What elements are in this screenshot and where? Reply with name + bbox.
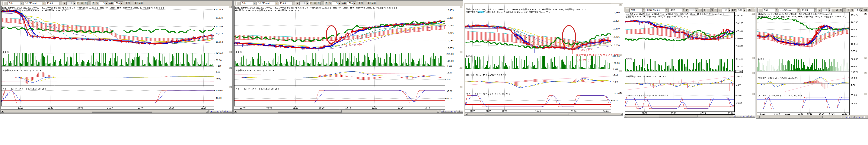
dropdown-arrow-icon[interactable]: ▼ [275,2,278,5]
scrollbar-thumb[interactable] [485,113,569,115]
multi-symbol-button[interactable]: 複数銘柄 [134,1,144,5]
dropdown-arrow-icon[interactable]: ▼ [59,2,62,5]
pane-collapse-button[interactable]: ▼ [864,13,867,15]
scroll-left-icon[interactable]: ◄ [624,115,627,117]
pane-collapse-button[interactable]: ▼ [619,70,622,72]
pane-collapse-button[interactable]: ▼ [229,51,232,53]
pane-collapse-button[interactable]: ▼ [459,67,462,69]
horizontal-scrollbar[interactable]: ◄ ► ►DLR⊕✕↔ [624,115,755,118]
symbol-select[interactable]: 日経225mini▼ [24,1,45,5]
horizontal-scrollbar[interactable]: ◄ ► ►DLR⊕✕↔ [757,116,868,118]
chart-plot[interactable] [465,4,611,113]
pane-collapse-button[interactable]: ▼ [619,54,622,56]
chart-tool-button-5[interactable]: ⊕ [745,115,748,117]
spin-grip-icon[interactable]: ◢ [338,2,341,5]
pane-collapse-button[interactable]: ▼ [864,72,867,74]
window-menu-button[interactable]: ▼ [3,1,7,5]
chart-plot[interactable] [757,12,849,115]
pane-collapse-button[interactable]: ▼ [619,4,622,6]
chart-tool-button-3[interactable]: L [739,115,742,117]
dropdown-arrow-icon[interactable]: ▼ [814,8,817,12]
spin-grip-icon[interactable]: ◢ [105,2,108,5]
chart-plot[interactable] [1,6,214,110]
chart-tool-button-7[interactable]: ↔ [752,115,755,117]
pane-collapse-button[interactable]: ▼ [751,13,754,15]
window-menu-button[interactable]: ▼ [626,8,629,12]
pane-collapse-button[interactable]: ▼ [459,6,462,8]
bar-width-spin[interactable]: 1◢ [66,1,75,5]
instrument-select[interactable]: 先物▼ [763,8,778,12]
contract-select[interactable]: 11/09▼ [279,1,296,5]
chart-tool-button-1[interactable]: ► [210,111,213,113]
period-button-日[interactable]: 日 [699,8,703,12]
horizontal-scrollbar[interactable]: ◄ ► [465,113,623,115]
spin-grip-icon[interactable]: ◢ [353,2,356,5]
scroll-right-icon[interactable]: ► [841,116,844,118]
pane-collapse-button[interactable]: ▼ [229,67,232,69]
pane-collapse-button[interactable]: ▼ [619,92,622,94]
period-button-週[interactable]: 週 [703,8,706,12]
scrollbar-thumb[interactable] [659,115,697,117]
period-button-月[interactable]: 月 [707,8,710,12]
period-button-週[interactable]: 週 [80,1,84,5]
period-button-T[interactable]: T [846,8,850,12]
apply-button[interactable]: 適用 [747,8,751,12]
period-button-日[interactable]: 日 [309,1,313,5]
chart-tool-button-2[interactable]: D [444,111,447,113]
spin-grip-icon[interactable]: ◢ [860,8,863,12]
chart-tool-button-7[interactable]: ↔ [460,111,463,113]
period-button-分[interactable]: 分 [710,8,714,12]
window-menu-button[interactable]: ▼ [758,8,762,12]
bar-width-spin[interactable]: 1◢ [300,1,308,5]
period-button-月[interactable]: 月 [839,8,843,12]
chart-tool-button-7[interactable]: ↔ [229,111,232,113]
chart-tool-button-1[interactable]: ► [845,116,848,118]
window-menu-button[interactable]: ▼ [237,1,240,5]
scroll-right-icon[interactable]: ► [620,113,623,115]
spin-grip-icon[interactable]: ◢ [73,2,75,5]
scroll-left-icon[interactable]: ◄ [757,116,760,118]
symbol-select[interactable]: 日経225mini▼ [646,8,668,12]
toolbar-grip-icon[interactable] [1,1,2,5]
dropdown-arrow-icon[interactable]: ▼ [797,8,800,12]
dropdown-arrow-icon[interactable]: ▼ [292,2,295,5]
chart-tool-button-6[interactable]: ✕ [226,111,229,113]
pane-collapse-button[interactable]: ▼ [864,57,867,59]
spin-grip-icon[interactable]: ◢ [695,8,698,12]
chart-tool-button-3[interactable]: L [851,116,855,118]
bar-width-spin[interactable]: 1◢ [822,8,831,12]
bars-spin[interactable]: 500◢ [114,1,123,5]
toolbar-grip-icon[interactable] [625,8,625,12]
period-button-日[interactable]: 日 [832,8,835,12]
period-button-月[interactable]: 月 [84,1,88,5]
scrollbar-thumb[interactable] [278,110,342,113]
interval-spin[interactable]: 60◢ [854,8,863,12]
pane-collapse-button[interactable]: ▼ [459,86,462,88]
contract-select[interactable]: 11/09▼ [801,8,817,12]
period-button-分[interactable]: 分 [321,1,324,5]
chart-tool-button-4[interactable]: R [219,111,222,113]
chart-tool-button-2[interactable]: D [848,116,851,118]
chart-plot[interactable] [234,6,445,110]
pane-collapse-button[interactable]: ▼ [751,57,754,59]
spin-grip-icon[interactable]: ◢ [743,8,745,12]
spin-grip-icon[interactable]: ◢ [120,2,123,5]
chart-tool-button-6[interactable]: ✕ [457,111,460,113]
period-button-分[interactable]: 分 [88,1,91,5]
scroll-left-icon[interactable]: ◄ [465,113,467,115]
period-button-T[interactable]: T [91,1,95,5]
symbol-select[interactable]: 日経225mini▼ [779,8,800,12]
instrument-select[interactable]: 先物▼ [241,1,256,5]
period-button-T[interactable]: T [714,8,718,12]
dropdown-arrow-icon[interactable]: ▼ [682,8,685,12]
chart-tool-button-2[interactable]: D [213,111,216,113]
chart-tool-button-5[interactable]: ⊕ [223,111,226,113]
toolbar-grip-icon[interactable] [234,1,236,5]
scrollbar-thumb[interactable] [800,116,823,118]
pane-collapse-button[interactable]: ▼ [229,6,232,8]
period-button-日[interactable]: 日 [76,1,80,5]
scroll-right-icon[interactable]: ► [206,110,209,113]
instrument-select[interactable]: 先物▼ [630,8,646,12]
contract-select[interactable]: 11/09▼ [669,8,685,12]
chart-tool-button-6[interactable]: ✕ [861,116,864,118]
